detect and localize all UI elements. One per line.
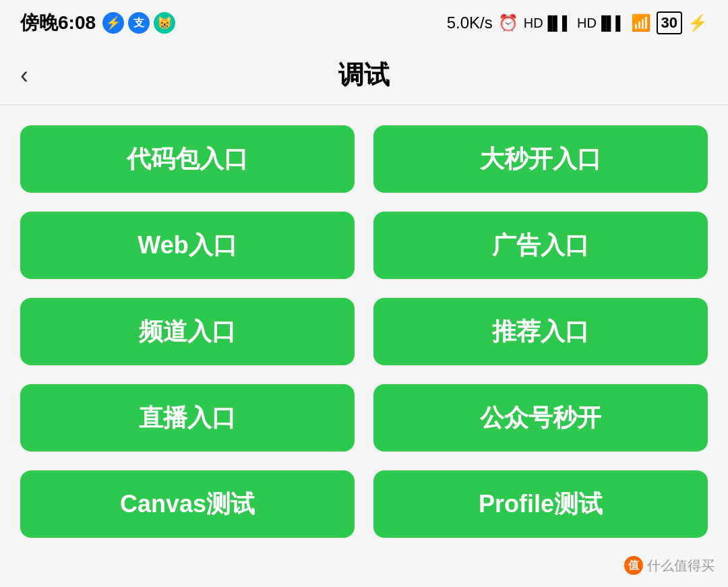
status-icons: ⚡ 支 😸 bbox=[102, 12, 175, 34]
status-right: 5.0K/s ⏰ HD▐▌▌ HD▐▌▌ 📶 30 ⚡ bbox=[447, 11, 708, 34]
page-title: 调试 bbox=[338, 58, 390, 92]
signal-hd-icon: HD▐▌▌ bbox=[524, 16, 572, 31]
taobao-icon: 😸 bbox=[154, 12, 175, 34]
status-left: 傍晚6:08 ⚡ 支 😸 bbox=[20, 10, 175, 36]
battery-icon: 30 bbox=[657, 11, 682, 34]
alarm-icon: ⏰ bbox=[498, 13, 518, 32]
recommend-entry-button[interactable]: 推荐入口 bbox=[373, 298, 708, 365]
official-account-button[interactable]: 公众号秒开 bbox=[373, 384, 708, 452]
time-display: 傍晚6:08 bbox=[20, 10, 96, 36]
network-speed: 5.0K/s bbox=[447, 13, 493, 32]
button-grid: 代码包入口大秒开入口Web入口广告入口频道入口推荐入口直播入口公众号秒开Canv… bbox=[0, 105, 728, 551]
code-package-button[interactable]: 代码包入口 bbox=[20, 125, 355, 193]
nav-bar: ‹ 调试 bbox=[0, 46, 728, 105]
watermark-text: 什么值得买 bbox=[647, 557, 715, 575]
watermark: 值 什么值得买 bbox=[624, 556, 715, 575]
ad-entry-button[interactable]: 广告入口 bbox=[373, 212, 708, 279]
flash-sale-button[interactable]: 大秒开入口 bbox=[373, 125, 708, 193]
back-button[interactable]: ‹ bbox=[20, 61, 28, 90]
watermark-icon: 值 bbox=[624, 556, 643, 575]
web-entry-button[interactable]: Web入口 bbox=[20, 212, 355, 279]
live-entry-button[interactable]: 直播入口 bbox=[20, 384, 355, 452]
status-bar: 傍晚6:08 ⚡ 支 😸 5.0K/s ⏰ HD▐▌▌ HD▐▌▌ 📶 30 ⚡ bbox=[0, 0, 728, 46]
signal-hd2-icon: HD▐▌▌ bbox=[577, 16, 625, 31]
alipay-icon: 支 bbox=[128, 12, 150, 34]
profile-test-button[interactable]: Profile测试 bbox=[373, 470, 708, 538]
channel-entry-button[interactable]: 频道入口 bbox=[20, 298, 355, 365]
canvas-test-button[interactable]: Canvas测试 bbox=[20, 470, 355, 538]
charging-bolt-icon: ⚡ bbox=[688, 13, 708, 32]
wifi-icon: 📶 bbox=[631, 13, 651, 32]
charging-icon: ⚡ bbox=[102, 12, 124, 34]
